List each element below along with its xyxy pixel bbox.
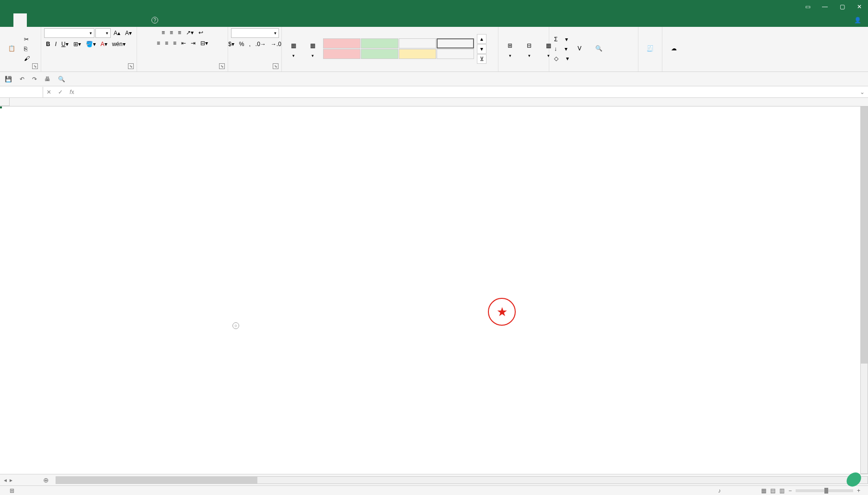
style-more-icon[interactable]: ⊻	[477, 54, 486, 64]
style-link[interactable]	[437, 49, 474, 59]
menu-formula[interactable]	[54, 13, 67, 27]
style-cha-sheet[interactable]	[323, 38, 360, 48]
menu-login[interactable]	[834, 13, 847, 27]
number-dialog-icon[interactable]: ⬊	[273, 63, 278, 69]
expand-fx-icon[interactable]: ⌄	[856, 89, 868, 95]
comma-icon[interactable]: ,	[247, 40, 253, 48]
menu-data[interactable]	[67, 13, 81, 27]
dec-decimal-icon[interactable]: →.0	[269, 40, 283, 48]
cond-format-button[interactable]: ▦▾	[285, 39, 302, 59]
maximize-icon[interactable]: ▢	[833, 0, 851, 13]
spreadsheet-grid[interactable]: ○	[0, 98, 868, 474]
insert-cells-button[interactable]: ⊞▾	[501, 39, 519, 59]
inc-decimal-icon[interactable]: .0→	[254, 40, 268, 48]
ribbon-options-icon[interactable]: ▭	[799, 0, 816, 13]
italic-button[interactable]: I	[53, 40, 58, 48]
minimize-icon[interactable]: —	[816, 0, 833, 13]
brush-button[interactable]: 🖌	[22, 54, 36, 63]
style-thousand[interactable]	[399, 38, 436, 48]
invoice-button[interactable]: 🧾	[641, 42, 659, 56]
cancel-fx-icon[interactable]: ✕	[43, 89, 55, 95]
fill-button[interactable]: ↓▾	[552, 45, 569, 53]
ime-mode-icon[interactable]: ♪	[718, 487, 721, 494]
confirm-fx-icon[interactable]: ✓	[55, 89, 66, 95]
paste-button[interactable]: 📋	[3, 42, 20, 56]
currency-icon[interactable]: $▾	[226, 40, 236, 48]
style-cha[interactable]	[323, 49, 360, 59]
phonetic-button[interactable]: wén▾	[110, 40, 127, 48]
align-middle-icon[interactable]: ≡	[168, 28, 175, 37]
tell-me[interactable]: ?	[148, 13, 164, 27]
menu-pdf[interactable]	[121, 13, 134, 27]
menu-layout[interactable]	[40, 13, 54, 27]
indent-inc-icon[interactable]: ⇥	[189, 39, 197, 47]
font-size-select[interactable]: ▾	[95, 28, 111, 38]
clear-button[interactable]: ◇▾	[552, 54, 569, 63]
tab-nav-last-icon[interactable]: ▸	[10, 477, 12, 483]
qa-print-icon[interactable]: 🖶	[45, 76, 50, 82]
underline-button[interactable]: U▾	[59, 40, 70, 48]
align-left-icon[interactable]: ≡	[155, 39, 162, 47]
table-style-button[interactable]: ▦▾	[304, 39, 321, 59]
style-down-icon[interactable]: ▾	[477, 44, 486, 54]
zoom-out-icon[interactable]: −	[788, 487, 792, 494]
merge-button[interactable]: ⊟▾	[198, 39, 210, 47]
style-changgui[interactable]	[437, 38, 474, 48]
wrap-button[interactable]: ↩	[197, 28, 205, 37]
menu-share[interactable]: 👤	[847, 13, 868, 27]
name-box[interactable]	[0, 87, 43, 97]
style-hao-sheet[interactable]	[361, 38, 398, 48]
align-dialog-icon[interactable]: ⬊	[219, 63, 225, 69]
align-center-icon[interactable]: ≡	[163, 39, 170, 47]
number-format-select[interactable]: ▾	[231, 28, 279, 38]
style-up-icon[interactable]: ▴	[477, 34, 486, 44]
menu-file[interactable]	[0, 13, 13, 27]
style-hao[interactable]	[361, 49, 398, 59]
menu-dev[interactable]	[107, 13, 121, 27]
tab-nav-first-icon[interactable]: ◂	[4, 477, 7, 483]
hscroll-thumb[interactable]	[56, 477, 257, 483]
formula-input[interactable]	[78, 87, 856, 97]
view-break-icon[interactable]: ▥	[779, 487, 785, 494]
menu-baidu[interactable]	[134, 13, 148, 27]
qa-undo-icon[interactable]: ↶	[20, 76, 24, 82]
align-right-icon[interactable]: ≡	[171, 39, 178, 47]
find-select-button[interactable]: 🔍	[590, 42, 607, 56]
select-all-corner[interactable]	[0, 98, 10, 106]
add-sheet-button[interactable]: ⊕	[40, 476, 52, 484]
save-cloud-button[interactable]: ☁	[665, 42, 683, 56]
menu-view[interactable]	[94, 13, 107, 27]
sort-filter-button[interactable]: ᐯ	[571, 42, 588, 56]
orientation-icon[interactable]: ↗▾	[184, 28, 196, 37]
vertical-scrollbar[interactable]	[860, 106, 868, 474]
font-dialog-icon[interactable]: ⬊	[128, 63, 134, 69]
indent-dec-icon[interactable]: ⇤	[179, 39, 188, 47]
delete-cells-button[interactable]: ⊟▾	[521, 39, 538, 59]
menu-insert[interactable]	[27, 13, 40, 27]
menu-home[interactable]	[13, 13, 27, 27]
horizontal-scrollbar[interactable]	[56, 476, 868, 484]
align-top-icon[interactable]: ≡	[160, 28, 167, 37]
autosum-button[interactable]: Σ▾	[552, 35, 569, 44]
fx-icon[interactable]: fx	[66, 89, 78, 95]
menu-review[interactable]	[81, 13, 94, 27]
view-normal-icon[interactable]: ▦	[761, 487, 766, 494]
qa-redo-icon[interactable]: ↷	[32, 76, 37, 82]
percent-icon[interactable]: %	[237, 40, 246, 48]
bold-button[interactable]: B	[44, 40, 52, 48]
qa-save-icon[interactable]: 💾	[5, 76, 12, 82]
grow-font-icon[interactable]: A▴	[112, 29, 122, 37]
font-color-button[interactable]: A▾	[99, 40, 109, 48]
vscroll-thumb[interactable]	[861, 107, 868, 364]
align-bottom-icon[interactable]: ≡	[176, 28, 183, 37]
cut-button[interactable]: ✂	[22, 35, 36, 44]
qa-find-icon[interactable]: 🔍	[58, 76, 65, 82]
fill-color-button[interactable]: 🪣▾	[84, 40, 98, 48]
view-layout-icon[interactable]: ▤	[770, 487, 775, 494]
font-name-select[interactable]: ▾	[44, 28, 94, 38]
style-shizhong[interactable]	[399, 49, 436, 59]
clipboard-dialog-icon[interactable]: ⬊	[32, 63, 38, 69]
border-button[interactable]: ⊞▾	[71, 40, 83, 48]
zoom-slider[interactable]	[796, 489, 853, 492]
zoom-in-icon[interactable]: +	[857, 487, 860, 494]
